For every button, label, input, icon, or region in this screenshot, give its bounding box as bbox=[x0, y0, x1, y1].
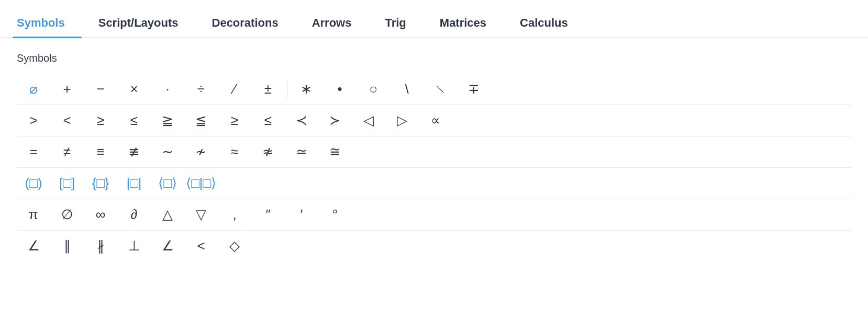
symbol-item[interactable]: < bbox=[184, 236, 218, 256]
symbol-item[interactable]: |□| bbox=[117, 173, 151, 193]
symbol-item[interactable]: ± bbox=[251, 79, 285, 99]
symbol-item[interactable]: ∠ bbox=[17, 236, 50, 256]
symbol-item[interactable]: ▷ bbox=[385, 110, 419, 131]
symbol-item[interactable]: ≉ bbox=[251, 142, 285, 162]
symbol-item[interactable]: ⊥ bbox=[117, 236, 151, 256]
symbol-item[interactable]: ⟨□|□⟩ bbox=[184, 173, 218, 193]
symbol-item[interactable]: ≥ bbox=[218, 110, 251, 131]
symbol-divider bbox=[287, 82, 287, 97]
tab-symbols[interactable]: Symbols bbox=[13, 16, 82, 37]
symbol-item[interactable]: ⟨□⟩ bbox=[151, 173, 184, 193]
symbol-item[interactable]: ∞ bbox=[84, 204, 117, 225]
symbol-item[interactable]: ÷ bbox=[184, 79, 218, 99]
symbol-item[interactable]: △ bbox=[151, 204, 184, 225]
symbol-item[interactable]: ∅ bbox=[50, 204, 84, 225]
symbol-item[interactable]: , bbox=[218, 204, 251, 225]
symbol-item[interactable]: ⌀ bbox=[17, 79, 50, 99]
symbol-item[interactable]: ○ bbox=[357, 79, 390, 99]
symbol-item[interactable]: {□} bbox=[84, 173, 117, 193]
symbol-item[interactable]: ″ bbox=[251, 204, 285, 225]
section-title: Symbols bbox=[17, 52, 851, 64]
tab-matrices[interactable]: Matrices bbox=[423, 16, 503, 37]
tab-script-layouts[interactable]: Script/Layouts bbox=[82, 16, 195, 37]
symbol-item[interactable]: [□] bbox=[50, 173, 84, 193]
symbol-item[interactable]: ≈ bbox=[218, 142, 251, 162]
symbol-row-row4: (□)[□]{□}|□|⟨□⟩⟨□|□⟩ bbox=[17, 168, 851, 199]
symbol-item[interactable]: ⟍ bbox=[424, 79, 457, 99]
tab-arrows[interactable]: Arrows bbox=[295, 16, 369, 37]
symbol-item[interactable]: ▽ bbox=[184, 204, 218, 225]
symbol-item[interactable]: ≁ bbox=[184, 142, 218, 162]
symbol-item[interactable]: ° bbox=[318, 204, 352, 225]
symbol-item[interactable]: ∥ bbox=[50, 236, 84, 256]
symbol-item[interactable]: ∙ bbox=[151, 79, 184, 99]
symbol-item[interactable]: + bbox=[50, 79, 84, 99]
symbol-item[interactable]: π bbox=[17, 204, 50, 225]
symbol-item[interactable]: ≤ bbox=[117, 110, 151, 131]
symbol-item[interactable]: < bbox=[50, 110, 84, 131]
symbol-item[interactable]: ∗ bbox=[290, 79, 323, 99]
symbol-item[interactable]: ≥ bbox=[84, 110, 117, 131]
symbol-item[interactable]: ′ bbox=[285, 204, 318, 225]
symbol-item[interactable]: ≺ bbox=[285, 110, 318, 131]
symbol-item[interactable]: (□) bbox=[17, 173, 50, 193]
symbol-row-row2: ><≥≤≧≦≥≤≺≻◁▷∝ bbox=[17, 105, 851, 136]
symbol-row-row3: =≠≡≢∼≁≈≉≃≅ bbox=[17, 136, 851, 168]
tab-bar: SymbolsScript/LayoutsDecorationsArrowsTr… bbox=[0, 0, 868, 38]
tab-calculus[interactable]: Calculus bbox=[503, 16, 585, 37]
symbol-item[interactable]: ≤ bbox=[251, 110, 285, 131]
symbol-item[interactable]: − bbox=[84, 79, 117, 99]
symbol-row-row1: ⌀+−×∙÷∕±∗•○\⟍∓ bbox=[17, 74, 851, 105]
tab-decorations[interactable]: Decorations bbox=[195, 16, 295, 37]
symbol-item[interactable]: ∝ bbox=[419, 110, 452, 131]
symbol-item[interactable]: ≦ bbox=[184, 110, 218, 131]
symbol-item[interactable]: \ bbox=[390, 79, 424, 99]
symbol-item[interactable]: ≃ bbox=[285, 142, 318, 162]
symbol-item[interactable]: ◁ bbox=[352, 110, 385, 131]
symbol-item[interactable]: ≧ bbox=[151, 110, 184, 131]
symbol-item[interactable]: ◇ bbox=[218, 236, 251, 256]
symbol-item[interactable]: ∓ bbox=[457, 79, 491, 99]
symbol-item[interactable]: • bbox=[323, 79, 357, 99]
symbol-item[interactable]: ∕ bbox=[218, 79, 251, 99]
symbol-item[interactable]: ≢ bbox=[117, 142, 151, 162]
symbol-rows: ⌀+−×∙÷∕±∗•○\⟍∓><≥≤≧≦≥≤≺≻◁▷∝=≠≡≢∼≁≈≉≃≅(□)… bbox=[17, 74, 851, 261]
symbol-item[interactable]: × bbox=[117, 79, 151, 99]
symbol-item[interactable]: ≅ bbox=[318, 142, 352, 162]
symbol-item[interactable]: ≡ bbox=[84, 142, 117, 162]
symbol-item[interactable]: ≠ bbox=[50, 142, 84, 162]
symbol-item[interactable]: ∼ bbox=[151, 142, 184, 162]
symbol-item[interactable]: ≻ bbox=[318, 110, 352, 131]
symbol-item[interactable]: ∠ bbox=[151, 236, 184, 256]
symbol-row-row5: π∅∞∂△▽,″′° bbox=[17, 199, 851, 231]
symbol-item[interactable]: ∦ bbox=[84, 236, 117, 256]
symbol-item[interactable]: = bbox=[17, 142, 50, 162]
symbol-row-row6: ∠∥∦⊥∠<◇ bbox=[17, 231, 851, 261]
content-area: Symbols ⌀+−×∙÷∕±∗•○\⟍∓><≥≤≧≦≥≤≺≻◁▷∝=≠≡≢∼… bbox=[0, 38, 868, 270]
symbol-item[interactable]: ∂ bbox=[117, 204, 151, 225]
symbol-item[interactable]: > bbox=[17, 110, 50, 131]
tab-trig[interactable]: Trig bbox=[368, 16, 422, 37]
